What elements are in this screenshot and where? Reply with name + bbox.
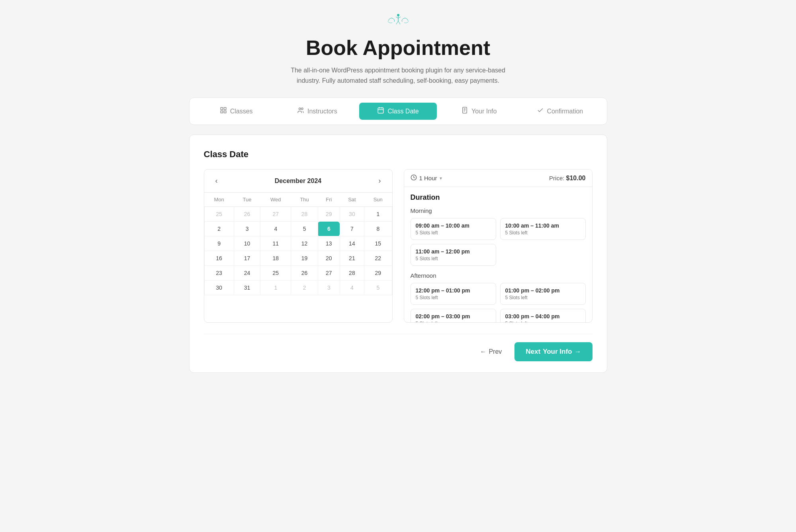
calendar-day[interactable]: 2 xyxy=(204,222,234,236)
classes-icon xyxy=(220,107,227,116)
calendar-header: ‹ December 2024 › xyxy=(204,170,392,193)
calendar-next-button[interactable]: › xyxy=(375,175,384,187)
step-class-date[interactable]: Class Date xyxy=(359,103,437,120)
calendar-day[interactable]: 27 xyxy=(318,266,340,281)
calendar-day[interactable]: 26 xyxy=(234,207,260,222)
calendar-day[interactable]: 16 xyxy=(204,251,234,266)
calendar-day[interactable]: 10 xyxy=(234,236,260,251)
svg-line-3 xyxy=(398,17,401,18)
calendar-day[interactable]: 21 xyxy=(340,251,364,266)
duration-label: 1 Hour xyxy=(419,175,437,181)
calendar-table: Mon Tue Wed Thu Fri Sat Sun 252627282930… xyxy=(204,193,392,295)
calendar-day[interactable]: 27 xyxy=(260,207,291,222)
slot-availability: 5 Slots left xyxy=(416,230,491,236)
calendar-day[interactable]: 29 xyxy=(318,207,340,222)
slot-time: 12:00 pm – 01:00 pm xyxy=(416,287,491,294)
page-title: Book Appointment xyxy=(189,36,607,60)
slot-time: 01:00 pm – 02:00 pm xyxy=(505,287,581,294)
calendar-day[interactable]: 7 xyxy=(340,222,364,236)
calendar-day[interactable]: 25 xyxy=(204,207,234,222)
morning-label: Morning xyxy=(411,207,586,214)
calendar-day[interactable]: 5 xyxy=(291,222,318,236)
svg-point-11 xyxy=(301,108,303,110)
calendar-day[interactable]: 1 xyxy=(260,281,291,295)
slot-availability: 5 Slots left xyxy=(505,321,581,322)
calendar-day[interactable]: 2 xyxy=(291,281,318,295)
duration-selector[interactable]: 1 Hour ▾ xyxy=(411,174,442,182)
prev-button[interactable]: ← Prev xyxy=(473,344,508,359)
calendar-day[interactable]: 28 xyxy=(340,266,364,281)
calendar-day[interactable]: 28 xyxy=(291,207,318,222)
step-classes[interactable]: Classes xyxy=(198,103,275,120)
slot-time: 10:00 am – 11:00 am xyxy=(505,222,581,229)
calendar-day[interactable]: 23 xyxy=(204,266,234,281)
svg-line-4 xyxy=(396,21,398,24)
duration-header: 1 Hour ▾ Price: $10.00 xyxy=(404,170,592,187)
calendar-day[interactable]: 4 xyxy=(260,222,291,236)
clock-icon xyxy=(411,174,417,182)
calendar-day[interactable]: 19 xyxy=(291,251,318,266)
slot-time: 02:00 pm – 03:00 pm xyxy=(416,313,491,320)
calendar-day[interactable]: 4 xyxy=(340,281,364,295)
svg-rect-8 xyxy=(221,111,223,113)
slot-availability: 5 Slots left xyxy=(416,321,491,322)
morning-slots-grid: 09:00 am – 10:00 am5 Slots left10:00 am … xyxy=(411,218,586,266)
chevron-down-icon: ▾ xyxy=(440,175,442,181)
afternoon-slot-3[interactable]: 03:00 pm – 04:00 pm5 Slots left xyxy=(500,309,586,322)
morning-slot-2[interactable]: 11:00 am – 12:00 pm5 Slots left xyxy=(411,244,496,266)
weekday-thu: Thu xyxy=(291,193,318,207)
calendar-day[interactable]: 12 xyxy=(291,236,318,251)
yourinfo-icon xyxy=(461,107,468,116)
calendar-day[interactable]: 17 xyxy=(234,251,260,266)
calendar-day[interactable]: 15 xyxy=(364,236,392,251)
svg-rect-9 xyxy=(224,111,226,113)
calendar-day[interactable]: 14 xyxy=(340,236,364,251)
morning-slot-1[interactable]: 10:00 am – 11:00 am5 Slots left xyxy=(500,218,586,240)
afternoon-slot-1[interactable]: 01:00 pm – 02:00 pm5 Slots left xyxy=(500,283,586,305)
slots-content: Duration Morning 09:00 am – 10:00 am5 Sl… xyxy=(404,187,592,322)
main-card: Class Date ‹ December 2024 › Mon Tue Wed… xyxy=(189,134,607,373)
step-instructors[interactable]: Instructors xyxy=(278,103,356,120)
svg-line-5 xyxy=(398,21,400,24)
calendar-day[interactable]: 24 xyxy=(234,266,260,281)
calendar-day[interactable]: 13 xyxy=(318,236,340,251)
svg-line-2 xyxy=(396,17,398,18)
step-your-info-label: Your Info xyxy=(471,108,497,115)
calendar-day[interactable]: 8 xyxy=(364,222,392,236)
calendar-day[interactable]: 30 xyxy=(340,207,364,222)
calendar-day[interactable]: 30 xyxy=(204,281,234,295)
calendar-day[interactable]: 26 xyxy=(291,266,318,281)
afternoon-slot-2[interactable]: 02:00 pm – 03:00 pm5 Slots left xyxy=(411,309,496,322)
calendar-day[interactable]: 18 xyxy=(260,251,291,266)
svg-rect-6 xyxy=(221,107,223,109)
calendar-day[interactable]: 29 xyxy=(364,266,392,281)
step-confirmation[interactable]: Confirmation xyxy=(521,103,598,120)
calendar-day[interactable]: 1 xyxy=(364,207,392,222)
calendar-week-row: 16171819202122 xyxy=(204,251,392,266)
afternoon-slot-0[interactable]: 12:00 pm – 01:00 pm5 Slots left xyxy=(411,283,496,305)
svg-point-10 xyxy=(299,108,301,110)
calendar-day[interactable]: 3 xyxy=(234,222,260,236)
calendar-day[interactable]: 3 xyxy=(318,281,340,295)
morning-slot-0[interactable]: 09:00 am – 10:00 am5 Slots left xyxy=(411,218,496,240)
step-your-info[interactable]: Your Info xyxy=(440,103,518,120)
calendar-day[interactable]: 31 xyxy=(234,281,260,295)
calendar-day[interactable]: 22 xyxy=(364,251,392,266)
calendar-day[interactable]: 20 xyxy=(318,251,340,266)
section-title: Class Date xyxy=(204,149,593,160)
calendar-day[interactable]: 5 xyxy=(364,281,392,295)
prev-label: Prev xyxy=(489,348,502,355)
page-subtitle: The all-in-one WordPress appointment boo… xyxy=(283,65,514,86)
calendar-day[interactable]: 9 xyxy=(204,236,234,251)
calendar-day[interactable]: 25 xyxy=(260,266,291,281)
logo xyxy=(189,12,607,33)
duration-section-title: Duration xyxy=(411,193,586,202)
slot-availability: 5 Slots left xyxy=(416,295,491,300)
calendar-day[interactable]: 6 xyxy=(318,222,340,236)
slot-time: 09:00 am – 10:00 am xyxy=(416,222,491,229)
calendar-day[interactable]: 11 xyxy=(260,236,291,251)
next-button[interactable]: Next Your Info → xyxy=(514,342,592,361)
content-grid: ‹ December 2024 › Mon Tue Wed Thu Fri Sa… xyxy=(204,169,593,323)
calendar-prev-button[interactable]: ‹ xyxy=(212,175,221,187)
slot-time: 11:00 am – 12:00 pm xyxy=(416,248,491,255)
